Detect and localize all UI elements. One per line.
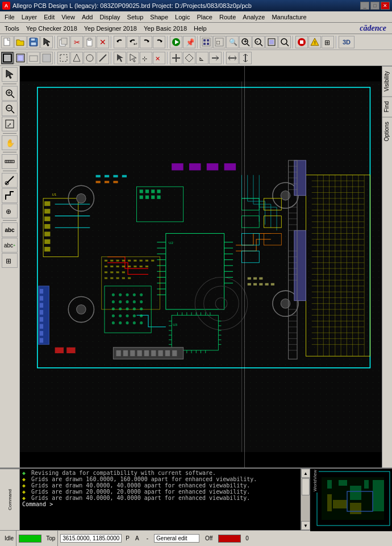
svg-rect-223 bbox=[40, 324, 43, 329]
pick-button[interactable] bbox=[40, 36, 53, 48]
svg-point-49 bbox=[86, 55, 93, 61]
svg-marker-11 bbox=[116, 40, 119, 43]
tb2-btn11[interactable]: ⊹ bbox=[140, 52, 152, 64]
find-tab[interactable]: Find bbox=[382, 96, 392, 117]
svg-rect-246 bbox=[116, 271, 119, 273]
undo2-button[interactable]: ↩ bbox=[127, 36, 139, 48]
scroll-thumb[interactable] bbox=[302, 478, 310, 495]
svg-point-276 bbox=[126, 321, 128, 324]
tb2-btn7[interactable] bbox=[84, 52, 96, 64]
svg-text:✋: ✋ bbox=[6, 138, 15, 148]
menu-tools[interactable]: Tools bbox=[1, 23, 23, 34]
console-scrollbar[interactable]: ▲ ▼ bbox=[301, 469, 310, 530]
menu-place[interactable]: Place bbox=[193, 11, 216, 22]
ltb-text1[interactable]: abc bbox=[2, 222, 18, 237]
menu-logic[interactable]: Logic bbox=[172, 11, 193, 22]
menu-file[interactable]: File bbox=[1, 11, 18, 22]
tb2-btn15[interactable]: ⊾ bbox=[196, 52, 208, 64]
ltb-text2[interactable]: abc+ bbox=[2, 238, 18, 253]
tb2-btn18[interactable] bbox=[239, 52, 252, 64]
3d-button[interactable]: 3D bbox=[339, 36, 355, 48]
delete-button[interactable]: ✕ bbox=[97, 36, 109, 48]
run-button[interactable] bbox=[170, 36, 182, 48]
scroll-track[interactable] bbox=[301, 478, 310, 521]
menu-analyze[interactable]: Analyze bbox=[239, 11, 268, 22]
copy-button[interactable] bbox=[57, 36, 70, 48]
layer-button[interactable]: ⊞ bbox=[322, 36, 334, 48]
tb2-btn12[interactable]: ✕ bbox=[153, 52, 165, 64]
tb2-select2[interactable] bbox=[14, 52, 27, 64]
tb2-cursor[interactable] bbox=[114, 52, 126, 64]
drc-button[interactable]: ! bbox=[308, 36, 321, 48]
menu-layer[interactable]: Layer bbox=[18, 11, 41, 22]
tb2-btn6[interactable] bbox=[70, 52, 83, 64]
tb2-btn8[interactable] bbox=[97, 52, 109, 64]
ltb-btn10[interactable]: ⊕ bbox=[2, 204, 18, 218]
svg-rect-229 bbox=[116, 260, 119, 262]
redo-button[interactable] bbox=[140, 36, 152, 48]
menu-manufacture[interactable]: Manufacture bbox=[268, 11, 310, 22]
pcb-canvas-area[interactable]: U1 U2 U3 bbox=[20, 66, 382, 468]
zoom-in-btn[interactable]: + bbox=[239, 36, 252, 48]
menu-edit[interactable]: Edit bbox=[40, 11, 58, 22]
tb2-btn5[interactable] bbox=[57, 52, 70, 64]
ltb-zoom-fit[interactable]: ⤢ bbox=[2, 117, 18, 131]
svg-rect-285 bbox=[123, 350, 128, 356]
svg-line-50 bbox=[99, 55, 106, 61]
pin-button[interactable]: 📌 bbox=[183, 36, 195, 48]
minimize-button[interactable]: _ bbox=[360, 2, 369, 10]
tb2-btn16[interactable] bbox=[209, 52, 222, 64]
tb2-select[interactable] bbox=[1, 52, 14, 64]
ltb-btn9[interactable] bbox=[2, 188, 18, 203]
stop-button[interactable] bbox=[295, 36, 308, 48]
tb2-btn17[interactable] bbox=[226, 52, 239, 64]
paste-button[interactable] bbox=[84, 36, 96, 48]
ltb-btn8[interactable] bbox=[2, 173, 18, 188]
svg-marker-57 bbox=[185, 54, 193, 62]
scroll-down-button[interactable]: ▼ bbox=[301, 521, 310, 530]
menu-display[interactable]: Display bbox=[96, 11, 123, 22]
menu-setup[interactable]: Setup bbox=[124, 11, 147, 22]
scroll-up-button[interactable]: ▲ bbox=[301, 469, 310, 478]
redo2-button[interactable] bbox=[153, 36, 165, 48]
tb-extra1[interactable] bbox=[200, 36, 212, 48]
menu-shape[interactable]: Shape bbox=[147, 11, 172, 22]
menu-add[interactable]: Add bbox=[78, 11, 97, 22]
visibility-tab[interactable]: Visibility bbox=[382, 66, 392, 96]
ltb-ruler[interactable] bbox=[2, 154, 18, 169]
menu-yep-designer[interactable]: Yep Designer 2018 bbox=[81, 23, 140, 34]
tb2-box[interactable] bbox=[27, 52, 40, 64]
tb2-btn14[interactable] bbox=[183, 52, 195, 64]
tb-extra2[interactable]: □ bbox=[213, 36, 226, 48]
ltb-pan[interactable]: ✋ bbox=[2, 135, 18, 150]
close-button[interactable]: ✕ bbox=[381, 2, 390, 10]
menu-yep-basic[interactable]: Yep Basic 2018 bbox=[140, 23, 190, 34]
ltb-zoom-in[interactable] bbox=[2, 86, 18, 101]
console-line-6[interactable]: Command > bbox=[22, 501, 298, 507]
cut-button[interactable]: ✂ bbox=[70, 36, 83, 48]
console-input[interactable] bbox=[56, 501, 227, 507]
tb2-select3[interactable] bbox=[40, 52, 53, 64]
tb2-btn13[interactable] bbox=[170, 52, 182, 64]
menu-yep-checker[interactable]: Yep Checker 2018 bbox=[23, 23, 81, 34]
ltb-btn13[interactable]: ⊞ bbox=[2, 253, 18, 268]
undo-button[interactable] bbox=[114, 36, 126, 48]
open-button[interactable] bbox=[14, 36, 27, 48]
tb2-btn10[interactable] bbox=[127, 52, 139, 64]
options-tab[interactable]: Options bbox=[382, 117, 392, 146]
svg-point-35 bbox=[281, 39, 287, 44]
svg-point-130 bbox=[77, 305, 86, 314]
zoom-fit-btn[interactable] bbox=[265, 36, 278, 48]
menu-view[interactable]: View bbox=[58, 11, 78, 22]
console-area: Command ◆ Revising data for compatibilit… bbox=[0, 468, 392, 530]
new-button[interactable] bbox=[1, 36, 14, 48]
maximize-button[interactable]: □ bbox=[370, 2, 380, 10]
ltb-zoom-out[interactable] bbox=[2, 101, 18, 116]
zoom-out-btn[interactable]: - bbox=[252, 36, 265, 48]
ltb-select[interactable] bbox=[2, 67, 18, 82]
menu-help[interactable]: Help bbox=[190, 23, 210, 34]
tb-extra3[interactable]: 🔍 bbox=[226, 36, 239, 48]
zoom-prev-btn[interactable] bbox=[278, 36, 291, 48]
menu-route[interactable]: Route bbox=[216, 11, 239, 22]
save-button[interactable] bbox=[27, 36, 40, 48]
